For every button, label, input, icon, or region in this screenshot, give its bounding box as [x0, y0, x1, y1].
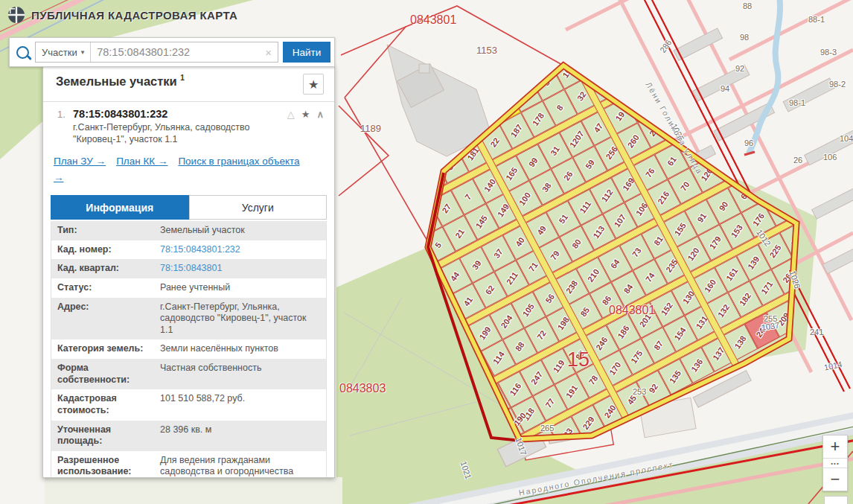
find-button[interactable]: Найти: [283, 42, 330, 63]
parcel-number: 21: [453, 227, 466, 240]
info-row-2: Кад. квартал:78:15:0843801: [51, 259, 326, 278]
info-label: Адрес:: [57, 302, 160, 336]
result-link-0[interactable]: План ЗУ →: [54, 156, 106, 167]
parcel-number: 229: [581, 415, 596, 431]
parcel-number: 90: [718, 200, 730, 212]
cadastral-map-app: 1314144167283523224431562315717418815091…: [0, 0, 853, 504]
info-label: Форма собственности:: [57, 363, 160, 386]
chevron-down-icon: ▾: [81, 48, 85, 56]
parcel-number: 160: [703, 278, 718, 294]
info-value: Земли населённых пунктов: [160, 343, 278, 355]
parcel-number: 87: [652, 339, 665, 351]
parcel-number: 40: [514, 235, 526, 248]
info-value[interactable]: 78:15:0843801: [160, 263, 222, 275]
parcel-number: 70: [679, 179, 691, 192]
parcel-number: 199: [478, 325, 493, 341]
parcel-number: 83: [574, 348, 587, 361]
map-zoom-control: + ••• −: [822, 435, 848, 491]
result-link-1[interactable]: План КК →: [116, 156, 167, 167]
info-value[interactable]: 78:15:0843801:232: [160, 244, 240, 256]
parcel-number: 45: [626, 394, 639, 406]
search-icon[interactable]: [10, 46, 35, 59]
result-address: г.Санкт-Петербург, Ульянка, садоводство …: [73, 121, 281, 146]
result-icons: △ ★ ∧: [287, 109, 324, 120]
parcel-number: 64: [609, 258, 622, 270]
info-row-9: Разрешенное использование:Для ведения гр…: [51, 451, 326, 478]
parcel-number: 136: [689, 357, 704, 374]
search-category-label: Участки: [42, 47, 77, 58]
clear-search-icon[interactable]: ×: [259, 46, 278, 59]
star-icon[interactable]: ★: [301, 109, 310, 120]
parcel-number: 155: [673, 221, 688, 237]
zoom-in-button[interactable]: +: [823, 436, 847, 458]
parcel-number: 92: [648, 382, 660, 395]
parcel-number: 59: [584, 158, 596, 170]
app-header: ПУБЛИЧНАЯ КАДАСТРОВАЯ КАРТА: [7, 6, 237, 24]
info-value: Частная собственность: [160, 363, 261, 386]
parcel-number: 186: [616, 324, 631, 340]
parcel-number: 37: [492, 247, 505, 260]
parcel-number: 247: [529, 370, 544, 386]
parcel-number: 7: [464, 192, 473, 201]
parcel-number: 85: [579, 305, 592, 318]
parcel-number: 153: [729, 223, 744, 239]
parcel-number: 99: [527, 156, 540, 168]
parcel-number: 132: [716, 302, 731, 319]
info-label: Тип:: [57, 225, 160, 237]
parcel-number: 210: [586, 267, 601, 284]
parcel-number: 191: [564, 383, 579, 400]
tab-0[interactable]: Информация: [51, 195, 189, 220]
results-panel: Земельные участки 1 ★ 1. 78:15:0843801:2…: [42, 66, 335, 478]
parcel-number: 187: [509, 123, 524, 139]
parcel-number: 19: [614, 109, 627, 122]
parcel-number: 152: [659, 301, 674, 317]
parcel-number: 84: [622, 282, 635, 295]
parcel-number: 120: [686, 246, 701, 262]
parcel-number: 175: [629, 348, 644, 365]
parcel-number: 176: [751, 211, 766, 228]
tab-1[interactable]: Услуги: [189, 195, 328, 220]
parcel-number: 38: [540, 181, 553, 194]
parcel-number: 209: [776, 311, 791, 328]
parcel-number: 135: [668, 369, 683, 385]
parcel-number: 22: [489, 136, 502, 149]
parcel-number: 161: [724, 266, 739, 282]
favorites-star-button[interactable]: ★: [303, 74, 324, 95]
parcel-number: 5: [433, 240, 443, 249]
warning-icon[interactable]: △: [287, 109, 295, 120]
parcel-number: 238: [564, 278, 579, 295]
info-value: Земельный участок: [160, 225, 245, 237]
search-bar: Участки ▾ × Найти: [9, 37, 335, 67]
parcel-number: 49: [535, 224, 548, 237]
info-label: Категория земель:: [57, 343, 160, 355]
info-value: 101 510 588,72 руб.: [160, 393, 245, 416]
info-row-5: Категория земель:Земли населённых пункто…: [51, 339, 326, 359]
info-row-1: Кад. номер:78:15:0843801:232: [51, 240, 326, 260]
parcel-number: 107: [613, 212, 627, 229]
parcel-number: 154: [673, 325, 688, 342]
parcel-number: 182: [738, 291, 753, 307]
info-row-7: Кадастровая стоимость:101 510 588,72 руб…: [51, 389, 326, 420]
pkk-logo-icon: [7, 6, 25, 24]
parcel-number: 44: [449, 270, 461, 283]
parcel-number: 73: [630, 246, 643, 258]
zoom-out-button[interactable]: −: [823, 468, 847, 491]
search-category-dropdown[interactable]: Участки ▾: [36, 42, 91, 62]
info-label: Уточненная площадь:: [57, 424, 160, 447]
zoom-slider-handle[interactable]: •••: [823, 458, 847, 468]
chevron-up-icon[interactable]: ∧: [316, 109, 324, 120]
parcel-number: 71: [527, 261, 540, 273]
result-item[interactable]: 1. 78:15:0843801:232 г.Санкт-Петербург, …: [43, 102, 334, 146]
parcel-number: 118: [521, 406, 536, 422]
parcel-number: 74: [644, 271, 656, 284]
parcel-number: 1207: [568, 129, 586, 149]
parcel-number: 216: [656, 189, 671, 205]
search-input[interactable]: [91, 46, 259, 58]
panel-title-row: Земельные участки 1 ★: [43, 66, 334, 102]
parcel-number: 78: [587, 374, 600, 386]
info-row-6: Форма собственности:Частная собственност…: [51, 359, 326, 389]
parcel-number: 145: [474, 214, 489, 230]
info-label: Кад. номер:: [57, 244, 160, 256]
panel-title: Земельные участки 1: [56, 74, 303, 89]
parcel-number: 91: [696, 211, 709, 224]
